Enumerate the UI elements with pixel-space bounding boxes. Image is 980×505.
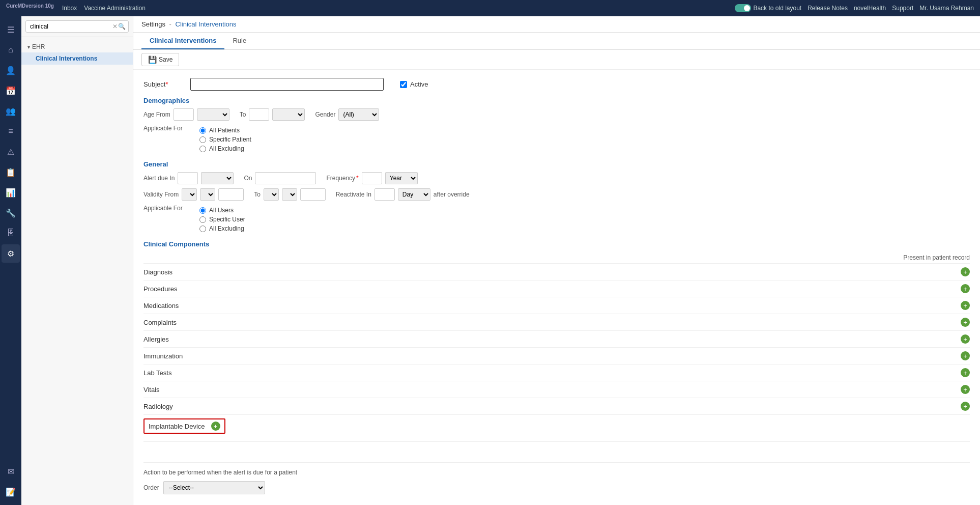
after-override-label: after override — [434, 191, 470, 198]
cc-row-immunization: Immunization + — [143, 348, 970, 364]
novel-health-link[interactable]: novelHealth — [854, 5, 886, 12]
on-group: On — [244, 172, 316, 184]
complaints-add-button[interactable]: + — [961, 318, 970, 327]
age-to-label: To — [240, 111, 246, 118]
sidebar-icon-users[interactable]: 👥 — [2, 102, 20, 120]
app-layout: ☰ ⌂ 👤 📅 👥 ≡ ⚠ 📋 📊 🔧 🗄 ⚙ ✉ 📝 ✕ 🔍 ▾ EHR — [0, 16, 980, 505]
sidebar-icon-database[interactable]: 🗄 — [2, 224, 20, 242]
sidebar-icon-warning[interactable]: ⚠ — [2, 143, 20, 161]
validity-row: Validity From To — [143, 188, 970, 201]
demographics-header: Demographics — [143, 97, 970, 104]
sidebar-icon-home[interactable]: ⌂ — [2, 41, 20, 59]
navbar-links: Inbox Vaccine Administration — [62, 5, 146, 12]
nav-group-ehr[interactable]: ▾ EHR — [21, 41, 133, 52]
frequency-unit-select[interactable]: Year Month Week Day — [385, 172, 418, 184]
radio-all-patients-input[interactable] — [199, 127, 206, 134]
validity-to-month-select[interactable] — [264, 188, 279, 201]
sidebar-icon-list[interactable]: ≡ — [2, 122, 20, 141]
layout-toggle[interactable]: Back to old layout — [735, 4, 801, 12]
radio-specific-user-input[interactable] — [199, 216, 206, 223]
alert-due-in-unit-select[interactable]: Day Week Month Year — [201, 172, 234, 184]
lab-tests-add-button[interactable]: + — [961, 368, 970, 377]
demographics-section: Demographics Age From Year Month To — [143, 97, 970, 152]
nav-tree: ▾ EHR Clinical Interventions — [21, 37, 133, 69]
diagnosis-add-button[interactable]: + — [961, 267, 970, 276]
present-in-record-label: Present in patient record — [903, 254, 970, 261]
nav-sidebar: ✕ 🔍 ▾ EHR Clinical Interventions — [21, 16, 133, 505]
subject-row: Subject* Active — [143, 78, 970, 91]
vaccine-admin-link[interactable]: Vaccine Administration — [84, 5, 146, 12]
sidebar-icon-tools[interactable]: 🔧 — [2, 204, 20, 222]
allergies-add-button[interactable]: + — [961, 334, 970, 344]
tab-clinical-interventions[interactable]: Clinical Interventions — [141, 33, 224, 49]
general-header: General — [143, 160, 970, 168]
validity-from-month-select[interactable] — [182, 188, 197, 201]
medications-add-button[interactable]: + — [961, 301, 970, 310]
frequency-label: Frequency — [326, 175, 358, 182]
order-select[interactable]: --Select-- — [163, 481, 265, 494]
user-menu[interactable]: Mr. Usama Rehman — [919, 5, 974, 12]
support-link[interactable]: Support — [892, 5, 913, 12]
procedures-label: Procedures — [143, 285, 958, 293]
radio-all-excluding-demo-input[interactable] — [199, 146, 206, 152]
reactivate-in-input[interactable] — [374, 188, 395, 201]
sidebar-item-clinical-interventions[interactable]: Clinical Interventions — [21, 52, 133, 65]
frequency-input[interactable] — [362, 172, 382, 184]
radio-specific-patient-input[interactable] — [199, 136, 206, 143]
implantable-device-add-button[interactable]: + — [211, 422, 220, 431]
release-notes-link[interactable]: Release Notes — [808, 5, 848, 12]
reactivate-unit-select[interactable]: Day Week Month Year — [398, 188, 430, 201]
inbox-link[interactable]: Inbox — [62, 5, 77, 12]
validity-from-day-select[interactable] — [200, 188, 215, 201]
medications-label: Medications — [143, 302, 958, 310]
radiology-add-button[interactable]: + — [961, 402, 970, 411]
age-to-unit-select[interactable]: Year Month — [272, 108, 305, 121]
navbar-left: CureMDversion 10g Inbox Vaccine Administ… — [6, 3, 146, 13]
procedures-add-button[interactable]: + — [961, 284, 970, 293]
age-from-input[interactable] — [174, 108, 194, 121]
radio-all-users: All Users — [199, 207, 245, 214]
validity-from-year-input[interactable] — [218, 188, 244, 201]
radio-all-excluding-gen-input[interactable] — [199, 226, 206, 232]
sidebar-icon-notes[interactable]: 📝 — [2, 483, 20, 501]
immunization-add-button[interactable]: + — [961, 351, 970, 360]
present-in-record-header: Present in patient record — [143, 252, 970, 264]
on-input[interactable] — [255, 172, 316, 184]
tabs-bar: Clinical Interventions Rule — [133, 33, 980, 50]
sidebar-icon-user[interactable]: 👤 — [2, 61, 20, 79]
active-check-group: Active — [400, 80, 428, 88]
chevron-down-icon: ▾ — [27, 44, 30, 50]
age-gender-row: Age From Year Month To Year — [143, 108, 970, 121]
save-button[interactable]: 💾 Save — [141, 53, 179, 66]
icon-sidebar: ☰ ⌂ 👤 📅 👥 ≡ ⚠ 📋 📊 🔧 🗄 ⚙ ✉ 📝 — [0, 16, 21, 505]
tab-rule[interactable]: Rule — [224, 33, 254, 49]
sidebar-icon-clipboard[interactable]: 📋 — [2, 163, 20, 181]
search-submit-icon[interactable]: 🔍 — [118, 23, 126, 30]
age-from-group: Age From Year Month — [143, 108, 229, 121]
lab-tests-label: Lab Tests — [143, 369, 958, 377]
vitals-add-button[interactable]: + — [961, 385, 970, 394]
sidebar-icon-calendar[interactable]: 📅 — [2, 81, 20, 100]
alert-due-in-input[interactable] — [178, 172, 198, 184]
gender-select[interactable]: (All) Male Female — [338, 108, 379, 121]
radio-all-users-input[interactable] — [199, 207, 206, 214]
order-row: Order --Select-- — [143, 481, 970, 494]
toggle-button[interactable] — [735, 4, 751, 12]
sidebar-icon-settings[interactable]: ⚙ — [2, 244, 20, 263]
validity-from-label: Validity From — [143, 191, 179, 198]
breadcrumb: Settings - Clinical Interventions — [141, 20, 237, 28]
gender-group: Gender (All) Male Female — [315, 108, 379, 121]
validity-to-year-input[interactable] — [300, 188, 326, 201]
main-content: Settings - Clinical Interventions Clinic… — [133, 16, 980, 505]
active-checkbox[interactable] — [400, 81, 407, 88]
sidebar-icon-email[interactable]: ✉ — [2, 462, 20, 481]
sidebar-icon-chart[interactable]: 📊 — [2, 183, 20, 202]
age-from-unit-select[interactable]: Year Month — [197, 108, 229, 121]
subject-input[interactable] — [190, 78, 384, 91]
validity-to-day-select[interactable] — [282, 188, 297, 201]
validity-to-group: To — [254, 188, 326, 201]
sidebar-icon-menu[interactable]: ☰ — [2, 20, 20, 39]
search-clear-icon[interactable]: ✕ — [112, 23, 118, 30]
order-label: Order — [143, 484, 159, 491]
age-to-input[interactable] — [249, 108, 269, 121]
